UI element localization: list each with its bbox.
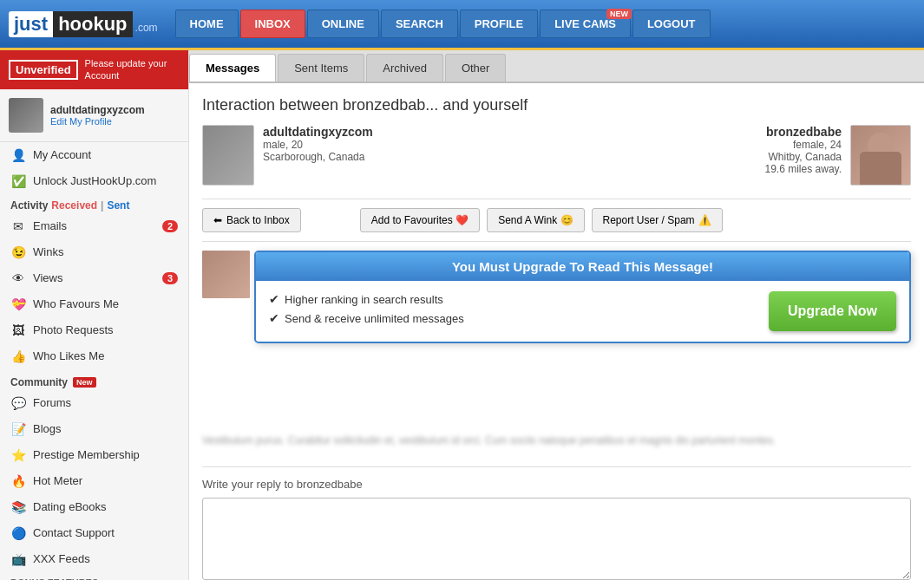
winks-icon: 😉 <box>10 245 26 259</box>
support-label: Contact Support <box>33 526 115 539</box>
back-label: Back to Inbox <box>226 214 290 226</box>
hot-meter-label: Hot Meter <box>33 474 82 487</box>
check-icon-1: ✔ <box>269 292 279 306</box>
sidebar-item-blogs[interactable]: 📝 Blogs <box>0 416 188 442</box>
emails-label: Emails <box>33 219 67 232</box>
feature-label-2: Send & receive unlimited messages <box>285 312 464 325</box>
likes-icon: 👍 <box>10 349 26 363</box>
blogs-label: Blogs <box>33 422 62 435</box>
main-content: Messages Sent Items Archived Other Inter… <box>189 50 924 580</box>
sidebar-item-emails[interactable]: ✉ Emails 2 <box>0 213 188 239</box>
upgrade-feature-2: ✔ Send & receive unlimited messages <box>269 311 756 325</box>
upgrade-now-button[interactable]: Upgrade Now <box>769 291 896 331</box>
upgrade-popup-body: ✔ Higher ranking in search results ✔ Sen… <box>256 281 909 342</box>
logo-com: .com <box>135 22 158 34</box>
top-bar: just hookup .com HOME INBOX ONLINE SEARC… <box>0 0 924 50</box>
main-nav: HOME INBOX ONLINE SEARCH PROFILE LIVE CA… <box>175 10 711 38</box>
sidebar-item-account[interactable]: 👤 My Account <box>0 142 188 168</box>
nav-inbox[interactable]: INBOX <box>240 10 305 38</box>
action-buttons: ⬅ Back to Inbox Add to Favourites ❤️ Sen… <box>202 199 911 242</box>
reply-textarea[interactable] <box>202 498 911 580</box>
tab-messages[interactable]: Messages <box>189 54 276 81</box>
nav-logout[interactable]: LOGOUT <box>632 10 711 38</box>
send-wink-button[interactable]: Send A Wink 😊 <box>487 208 584 232</box>
logo-hookup: hookup <box>53 11 132 37</box>
avatar-image <box>9 98 43 133</box>
blurred-text-2: Vestibulum purus. Curabitur sollicitudin… <box>202 433 911 449</box>
recipient-details: bronzedbabe female, 24 Whitby, Canada 19… <box>765 125 842 175</box>
favours-icon: 💝 <box>10 297 26 311</box>
bonus-features-section: Bonus Features <box>0 572 188 580</box>
unlock-icon: ✅ <box>10 174 26 188</box>
warning-icon: ⚠️ <box>698 214 711 226</box>
sidebar-item-prestige[interactable]: ⭐ Prestige Membership <box>0 442 188 468</box>
photo-requests-label: Photo Requests <box>33 323 114 336</box>
tab-other[interactable]: Other <box>445 54 507 81</box>
sidebar-item-forums[interactable]: 💬 Forums <box>0 390 188 416</box>
sidebar-item-unlock[interactable]: ✅ Unlock JustHookUp.com <box>0 168 188 194</box>
upgrade-popup: You Must Upgrade To Read This Message! ✔… <box>254 251 911 343</box>
activity-received[interactable]: Received <box>51 199 97 212</box>
sender-name: adultdatingxyzcom <box>263 125 373 139</box>
sidebar-item-winks[interactable]: 😉 Winks <box>0 239 188 265</box>
recipient-gender: female, 24 <box>765 139 842 151</box>
xxx-feeds-icon: 📺 <box>10 552 26 566</box>
report-user-spam-button[interactable]: Report User / Spam ⚠️ <box>592 208 723 232</box>
recipient-distance: 19.6 miles away. <box>765 163 842 175</box>
hot-meter-icon: 🔥 <box>10 474 26 488</box>
activity-sent[interactable]: Sent <box>107 199 129 212</box>
sidebar-item-views[interactable]: 👁 Views 3 <box>0 265 188 291</box>
nav-live-cams[interactable]: LIVE CAMS New <box>540 10 631 38</box>
logo-just: just <box>9 11 53 37</box>
upgrade-features: ✔ Higher ranking in search results ✔ Sen… <box>269 292 756 330</box>
add-to-favourites-button[interactable]: Add to Favourites ❤️ <box>360 208 480 232</box>
activity-separator: | <box>101 199 103 212</box>
photo-requests-icon: 🖼 <box>10 323 26 337</box>
blurred-bottom-text: Vestibulum purus. Curabitur sollicitudin… <box>202 428 911 453</box>
blogs-icon: 📝 <box>10 422 26 436</box>
check-icon-2: ✔ <box>269 311 279 325</box>
tab-sent-items[interactable]: Sent Items <box>278 54 364 81</box>
recipient-avatar <box>850 125 911 186</box>
nav-search[interactable]: SEARCH <box>381 10 458 38</box>
support-icon: 🔵 <box>10 526 26 540</box>
logo: just hookup .com <box>9 11 158 37</box>
sidebar-item-who-favours[interactable]: 💝 Who Favours Me <box>0 291 188 317</box>
prestige-icon: ⭐ <box>10 448 26 462</box>
interaction-title: Interaction between bronzedbab... and yo… <box>202 96 911 114</box>
profile-area: adultdatingxyzcom Edit My Profile <box>0 89 188 142</box>
upgrade-popup-title: You Must Upgrade To Read This Message! <box>256 252 909 281</box>
tab-archived[interactable]: Archived <box>366 54 443 81</box>
inbox-tabs: Messages Sent Items Archived Other <box>189 50 924 83</box>
bonus-label: Bonus Features <box>10 577 98 580</box>
sidebar-item-who-likes[interactable]: 👍 Who Likes Me <box>0 343 188 369</box>
back-arrow-icon: ⬅ <box>213 214 222 226</box>
nav-profile[interactable]: PROFILE <box>460 10 538 38</box>
back-to-inbox-button[interactable]: ⬅ Back to Inbox <box>202 208 301 232</box>
nav-online[interactable]: ONLINE <box>307 10 379 38</box>
add-fav-label: Add to Favourites <box>371 214 453 226</box>
upgrade-feature-1: ✔ Higher ranking in search results <box>269 292 756 306</box>
live-cams-new-badge: New <box>606 9 632 19</box>
recipient-info: bronzedbabe female, 24 Whitby, Canada 19… <box>765 125 911 186</box>
sidebar-item-xxx-feeds[interactable]: 📺 XXX Feeds <box>0 546 188 572</box>
views-icon: 👁 <box>10 271 26 285</box>
recipient-name: bronzedbabe <box>765 125 842 139</box>
xxx-feeds-label: XXX Feeds <box>33 552 90 565</box>
community-label: Community <box>10 376 68 388</box>
account-icon: 👤 <box>10 148 26 162</box>
reply-label: Write your reply to bronzedbabe <box>202 478 911 491</box>
ebooks-label: Dating eBooks <box>33 500 107 513</box>
nav-home[interactable]: HOME <box>175 10 239 38</box>
report-label: Report User / Spam <box>603 214 695 226</box>
message-avatar <box>202 251 250 298</box>
sidebar-item-photo-requests[interactable]: 🖼 Photo Requests <box>0 317 188 343</box>
winks-label: Winks <box>33 245 63 258</box>
profile-edit-link[interactable]: Edit My Profile <box>50 116 145 127</box>
sidebar-item-dating-ebooks[interactable]: 📚 Dating eBooks <box>0 494 188 520</box>
sidebar-item-hot-meter[interactable]: 🔥 Hot Meter <box>0 468 188 494</box>
views-badge: 3 <box>162 272 178 284</box>
activity-header: Activity Received | Sent <box>0 194 188 213</box>
sidebar-item-contact-support[interactable]: 🔵 Contact Support <box>0 520 188 546</box>
community-header: Community New <box>0 369 188 390</box>
